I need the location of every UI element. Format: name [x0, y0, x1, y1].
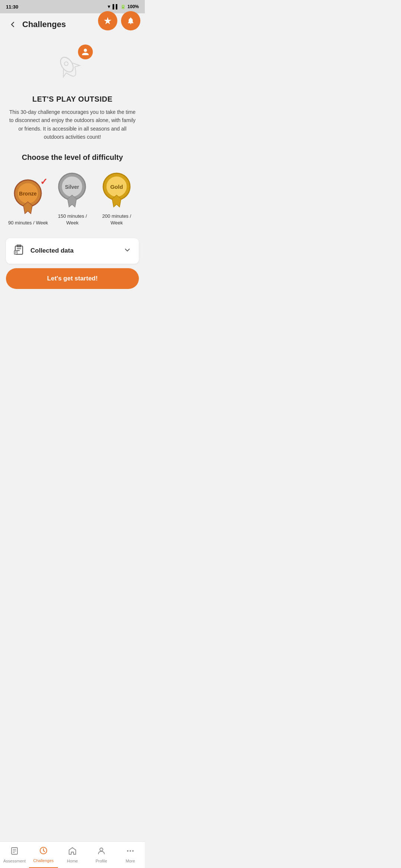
silver-medal-svg: Silver [55, 170, 90, 209]
svg-point-1 [63, 61, 69, 66]
bronze-checkmark: ✓ [40, 177, 48, 187]
chevron-down-icon [123, 246, 131, 256]
battery-icon: 🔋 [120, 4, 126, 9]
collected-data-label: Collected data [30, 247, 123, 254]
back-button[interactable] [6, 18, 19, 31]
silver-medal[interactable]: Silver 150 minutes / Week [52, 169, 93, 226]
difficulty-section: Choose the level of difficulty Bronze ✓ … [0, 150, 145, 234]
bell-button[interactable] [121, 11, 140, 30]
svg-point-0 [58, 55, 76, 74]
bronze-medal[interactable]: Bronze ✓ 90 minutes / Week [7, 176, 49, 226]
challenge-hero: LET'S PLAY OUTSIDE This 30-day challenge… [0, 39, 145, 150]
challenge-title: LET'S PLAY OUTSIDE [32, 95, 113, 103]
rocket-container [52, 45, 93, 89]
app-header: Challenges [0, 13, 145, 36]
gold-medal-svg: Gold [99, 170, 134, 209]
challenge-description: This 30-day challenge encourages you to … [9, 108, 136, 141]
bronze-detail: 90 minutes / Week [8, 220, 48, 226]
svg-text:Bronze: Bronze [19, 191, 37, 197]
silver-medal-wrapper: Silver [54, 169, 91, 210]
battery-percent: 100% [127, 4, 139, 9]
clipboard-icon [13, 244, 25, 258]
gold-medal[interactable]: Gold 200 minutes / Week [96, 169, 137, 226]
bronze-medal-wrapper: Bronze ✓ [10, 176, 47, 217]
wifi-icon: ▼ [107, 4, 111, 9]
signal-icon: ▌▌ [113, 4, 119, 9]
gold-detail: 200 minutes / Week [96, 213, 137, 226]
status-icons: ▼ ▌▌ 🔋 100% [107, 4, 139, 9]
silver-detail: 150 minutes / Week [52, 213, 93, 226]
collected-data-section[interactable]: Collected data [6, 238, 139, 264]
header-actions [98, 11, 140, 30]
difficulty-title: Choose the level of difficulty [7, 153, 137, 162]
medals-row: Bronze ✓ 90 minutes / Week Silver [7, 169, 137, 226]
svg-text:Silver: Silver [65, 184, 79, 190]
main-content: LET'S PLAY OUTSIDE This 30-day challenge… [0, 36, 145, 331]
svg-text:Gold: Gold [110, 184, 123, 190]
status-time: 11:30 [6, 4, 18, 10]
avatar [78, 45, 93, 59]
gold-medal-wrapper: Gold [98, 169, 135, 210]
star-button[interactable] [98, 11, 117, 30]
cta-button[interactable]: Let's get started! [6, 268, 139, 289]
